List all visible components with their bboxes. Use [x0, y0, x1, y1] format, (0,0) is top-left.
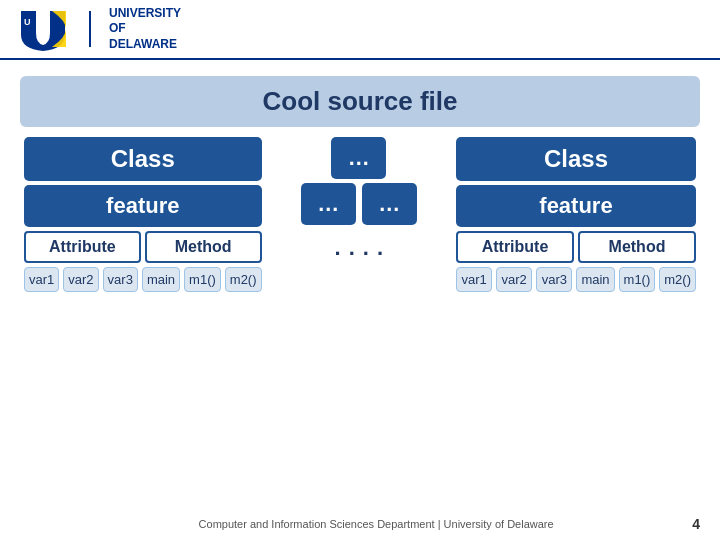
- svg-text:U: U: [24, 17, 31, 27]
- left-var1: var1: [24, 267, 59, 292]
- center-block: … … … . . . .: [266, 137, 452, 267]
- right-method-box: Method: [578, 231, 696, 263]
- right-attribute-box: Attribute: [456, 231, 574, 263]
- left-class-title: Class: [24, 137, 262, 181]
- slide-title: Cool source file: [20, 76, 700, 127]
- left-attribute-method-row: Attribute Method: [24, 231, 262, 263]
- dot-1: .: [335, 235, 341, 261]
- dot-3: .: [363, 235, 369, 261]
- left-m1: m1(): [184, 267, 221, 292]
- left-m2: m2(): [225, 267, 262, 292]
- right-var3: var3: [536, 267, 572, 292]
- footer-text: Computer and Information Sciences Depart…: [60, 518, 692, 530]
- right-m2: m2(): [659, 267, 696, 292]
- center-ellipsis-2: …: [301, 183, 356, 225]
- main-content: Cool source file Class feature Attribute…: [0, 60, 720, 300]
- right-vars-row: var1 var2 var3 main m1() m2(): [456, 267, 696, 292]
- left-var3: var3: [103, 267, 138, 292]
- left-class-block: Class feature Attribute Method var1 var2…: [24, 137, 262, 292]
- left-main: main: [142, 267, 180, 292]
- left-attribute-box: Attribute: [24, 231, 141, 263]
- dot-4: .: [377, 235, 383, 261]
- center-ellipsis-row-2: … …: [266, 183, 452, 225]
- left-vars-row: var1 var2 var3 main m1() m2(): [24, 267, 262, 292]
- center-dots-row: . . . .: [335, 229, 384, 267]
- left-method-box: Method: [145, 231, 262, 263]
- right-class-block: Class feature Attribute Method var1 var2…: [456, 137, 696, 292]
- dot-2: .: [349, 235, 355, 261]
- right-main: main: [576, 267, 614, 292]
- center-ellipsis-1: …: [331, 137, 386, 179]
- svg-text:D: D: [53, 27, 61, 39]
- diagram-wrapper: Class feature Attribute Method var1 var2…: [20, 137, 700, 292]
- ud-logo: U D: [16, 7, 71, 51]
- right-var1: var1: [456, 267, 492, 292]
- left-class-feature: feature: [24, 185, 262, 227]
- left-var2: var2: [63, 267, 98, 292]
- page-number: 4: [692, 516, 700, 532]
- right-class-title: Class: [456, 137, 696, 181]
- right-var2: var2: [496, 267, 532, 292]
- right-m1: m1(): [619, 267, 656, 292]
- logo-divider: [89, 11, 91, 47]
- page-header: U D UNIVERSITY OF DELAWARE: [0, 0, 720, 60]
- right-attribute-method-row: Attribute Method: [456, 231, 696, 263]
- page-footer: Computer and Information Sciences Depart…: [0, 516, 720, 532]
- logo-container: U D UNIVERSITY OF DELAWARE: [16, 6, 181, 53]
- university-name: UNIVERSITY OF DELAWARE: [109, 6, 181, 53]
- right-class-feature: feature: [456, 185, 696, 227]
- center-ellipsis-3: …: [362, 183, 417, 225]
